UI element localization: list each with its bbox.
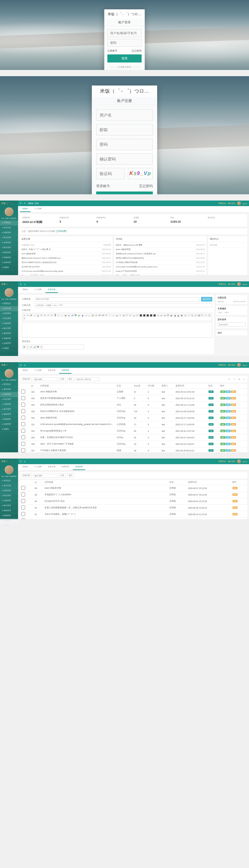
nav-item[interactable]: ▸ 管理首页 (0, 301, 18, 306)
renew-link[interactable]: 立即续费 (57, 230, 66, 232)
list-item[interactable]: 觉豆木，成饭asunessom,觉 青青2021-09-14 (116, 243, 205, 247)
nav-item[interactable]: ▸ 单页管理 (0, 326, 18, 331)
nav-item[interactable]: ▸ 管理首页 (0, 478, 18, 484)
editor-body[interactable] (22, 322, 212, 338)
avatar[interactable] (5, 207, 13, 216)
icon[interactable]: ⊞ (237, 378, 241, 381)
nav-item[interactable]: ▸ 单页管理 (0, 245, 18, 250)
nav-item[interactable]: ▸ 评论管理 (0, 397, 18, 402)
title-input[interactable] (35, 297, 199, 302)
filter-item[interactable]: 更多 (67, 377, 74, 381)
list-item[interactable]: 觉豆木，吃饭(づ￣3￣)づ朋友 青 古2021-09-14 (22, 247, 111, 252)
list-item[interactable]: 这次很不错 2021年8月2021-08-02 (22, 265, 111, 269)
nav-item[interactable]: ▸ 单页管理 (0, 407, 18, 412)
list-item[interactable]: 对法，上海的area图很有的格2021-08-31 (116, 274, 205, 275)
nav-item[interactable]: ▸ 收藏夹 (0, 523, 18, 525)
nav-item[interactable]: ▸ 管理首页 (0, 220, 18, 225)
nav-item[interactable]: ▸ 发布文章 (0, 306, 18, 311)
login-button[interactable]: 登录 (107, 54, 142, 62)
icon[interactable]: ≡ (243, 378, 246, 381)
nav-item[interactable]: ▸ 友链管理 (0, 341, 18, 346)
cat-input[interactable] (35, 303, 212, 307)
nav-item[interactable]: ▸ 收藏夹 (0, 346, 18, 351)
forgot-link[interactable]: 忘记密码 (139, 184, 153, 188)
register-link[interactable]: 注册账号 (107, 49, 117, 53)
list-item[interactable]: chneg Au下本法中2向推荐2021-05-11 (116, 269, 205, 274)
nav-item[interactable]: ▸ 分类管理 (0, 240, 18, 245)
nav-item[interactable]: ▸ 评论管理 (0, 235, 18, 240)
list-item[interactable]: LION amcuren spooklM创建android-terminalkg… (22, 269, 111, 274)
avatar[interactable] (5, 288, 13, 297)
icon[interactable]: ⟳ (227, 378, 231, 381)
email-input[interactable] (96, 124, 153, 135)
register-button[interactable]: 立即注册 (96, 191, 153, 194)
nav-item[interactable]: ▸ 标签管理 (0, 412, 18, 417)
nav-item[interactable]: ▸ 收藏夹 (0, 265, 18, 270)
filter-item[interactable]: 分类 (59, 377, 66, 381)
list-item[interactable]: 99-conspray标准词组上主语2021-05-03 (22, 274, 111, 275)
tab[interactable]: 内容管理 (59, 368, 72, 374)
date-input[interactable] (75, 377, 100, 381)
tab[interactable]: 个人资料 (32, 206, 44, 212)
list-item[interactable]: 最新hookerM nicinewnum Down.1.6安装流程-loser2… (22, 256, 111, 260)
nav-item[interactable]: ▸ 投稿设置 (0, 255, 18, 260)
username-input[interactable] (107, 29, 142, 37)
logout-link[interactable]: 退出登录 (228, 202, 235, 205)
nav-item[interactable]: ▸ 分类管理 (0, 498, 18, 503)
filter-item[interactable]: 分类 (59, 473, 66, 477)
tab[interactable]: 友链管理 (73, 464, 85, 470)
nav-item[interactable]: ▸ 发布文章 (0, 484, 18, 488)
tab[interactable]: 控制台 (20, 464, 30, 470)
nav-item[interactable]: ▸ 发布文章 (0, 387, 18, 392)
nav-item[interactable]: ▸ 内容管理 (0, 392, 18, 397)
nav-item[interactable]: ▸ 内容管理 (0, 311, 18, 316)
list-item[interactable]: 8时间LUS测试平台次改版改多的次2021-08-03 (116, 256, 205, 260)
nav-item[interactable]: ▸ 发布文章 (0, 225, 18, 230)
nav-item[interactable]: ▸ 友链管理 (0, 260, 18, 265)
nav-item[interactable]: ▸ 分类管理 (0, 321, 18, 326)
list-item[interactable]: aDwIn 体验及评测2021-08-26 (116, 247, 205, 252)
nav-item[interactable]: ▸ 投稿设置 (0, 336, 18, 341)
view-site-link[interactable]: 查看站点 (219, 202, 226, 205)
tab[interactable]: 发布文章 (46, 287, 58, 293)
tab[interactable]: 个人资料 (32, 464, 44, 470)
login-link[interactable]: 登录账号 (96, 184, 110, 188)
nav-item[interactable]: ▸ 评论管理 (0, 316, 18, 321)
nav-item[interactable]: ▸ 评论管理 (0, 493, 18, 498)
nav-item[interactable]: ▸ 友链管理 (0, 422, 18, 427)
list-item[interactable]: 对比PLUS测试平台本次上新改款多的次2次2021-08-03 (22, 260, 111, 265)
password-input[interactable] (96, 138, 153, 150)
icon[interactable]: ⍐ (232, 378, 236, 381)
password-input[interactable] (107, 39, 142, 46)
tab[interactable]: 个人资料 (32, 368, 44, 374)
nav-item[interactable]: ▸ 投稿设置 (0, 513, 18, 518)
search-input[interactable] (33, 474, 58, 477)
nav-item[interactable]: ▸ 分类管理 (0, 402, 18, 407)
tab[interactable]: 内容管理 (59, 464, 72, 470)
avatar[interactable] (5, 465, 13, 474)
nav-item[interactable]: ▸ 单页管理 (0, 503, 18, 508)
search-input[interactable] (33, 377, 58, 381)
nav-item[interactable]: ▸ 收藏夹 (0, 427, 18, 432)
avatar[interactable] (5, 369, 13, 378)
tab[interactable]: 个人资料 (32, 287, 44, 293)
captcha-image[interactable]: K≥9_Vp (128, 168, 153, 179)
filter-item[interactable]: 搜索内容 (21, 473, 32, 477)
nav-item[interactable]: ▸ 标签管理 (0, 331, 18, 336)
nav-item[interactable]: ▸ 标签管理 (0, 250, 18, 255)
forgot-link[interactable]: 忘记密码 (132, 49, 142, 53)
nav-item[interactable]: ▸ 管理首页 (0, 382, 18, 387)
nav-item[interactable]: ▸ 友链管理 (0, 518, 18, 523)
username-input[interactable] (96, 110, 153, 121)
list-item[interactable]: LION amgran tundaM创建entrok-tkenkg_godady… (116, 265, 205, 269)
tab[interactable]: 发布文章 (46, 464, 58, 470)
list-item[interactable]: oksIn 体验及评测2021-08-26 (22, 252, 111, 256)
nav-item[interactable]: ▸ 内容管理 (0, 230, 18, 235)
list-item[interactable]: 反例新hobcM unsteewsum'Dhand 1.6安装版本 oser20… (116, 252, 205, 256)
confirm-password-input[interactable] (96, 153, 153, 165)
tab[interactable]: 控制台 (20, 206, 30, 212)
nav-item[interactable]: ▸ 内容管理 (0, 488, 18, 493)
list-item[interactable]: TVT对接LL本数词子推特类2021-07-30 (116, 260, 205, 265)
captcha-input[interactable] (96, 168, 125, 179)
tab[interactable]: 控制台 (20, 287, 30, 293)
